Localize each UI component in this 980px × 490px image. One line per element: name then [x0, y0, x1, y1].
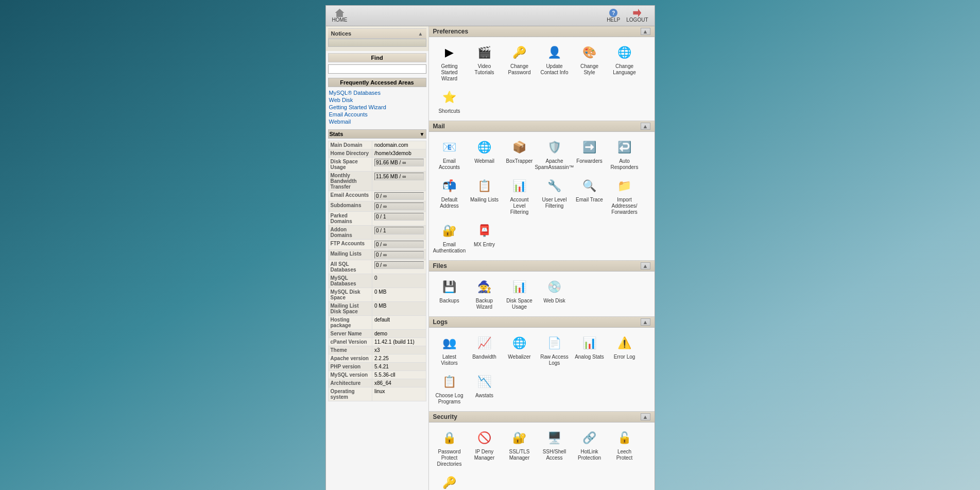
freq-link[interactable]: Webmail: [328, 118, 426, 125]
icon-image: 🔍: [580, 177, 599, 195]
stats-row: Subdomains0 / ∞: [328, 201, 426, 212]
icon-item[interactable]: 🔍Email Trace: [573, 175, 606, 217]
icon-item[interactable]: 🎬Video Tutorials: [468, 41, 501, 84]
freq-link[interactable]: Getting Started Wizard: [328, 104, 426, 111]
icon-item[interactable]: 👥Latest Visitors: [433, 332, 466, 368]
stats-label: Home Directory: [328, 149, 372, 158]
icon-item[interactable]: 📁Import Addresses/ Forwarders: [608, 175, 641, 217]
icon-item[interactable]: 🔓Leech Protect: [608, 427, 641, 469]
icon-image: 🌐: [475, 138, 494, 157]
icon-image: 🌐: [615, 43, 634, 62]
icon-item[interactable]: 🎨Change Style: [573, 41, 606, 84]
stats-value: 2.2.25: [372, 354, 426, 363]
stats-row: Server Namedemo: [328, 330, 426, 338]
icon-item[interactable]: 📬Default Address: [433, 175, 466, 217]
icon-item[interactable]: 📋Mailing Lists: [468, 175, 501, 217]
icon-item[interactable]: 📧Email Accounts: [433, 136, 466, 173]
freq-link[interactable]: Web Disk: [328, 96, 426, 104]
help-button[interactable]: ? HELP: [605, 8, 622, 24]
stats-bar: 0 / ∞: [374, 251, 424, 259]
freq-link[interactable]: Email Accounts: [328, 111, 426, 118]
stats-row: Parked Domains0 / 1: [328, 212, 426, 226]
icon-image: ↩️: [615, 138, 634, 157]
icon-image: 📋: [475, 177, 494, 195]
icon-item[interactable]: ➡️Forwarders: [573, 136, 606, 173]
icon-item[interactable]: 📊Analog Stats: [573, 332, 606, 368]
icon-label: Webalizer: [508, 354, 530, 360]
stats-row: Mailing List Disk Space0 MB: [328, 302, 426, 316]
icon-item[interactable]: ▶Getting Started Wizard: [433, 41, 466, 84]
icon-label: MX Entry: [474, 242, 495, 248]
section-preferences: Preferences▲▶Getting Started Wizard🎬Vide…: [429, 26, 655, 121]
icon-label: Email Authentication: [433, 242, 466, 254]
section-files: Files▲💾Backups🧙Backup Wizard📊Disk Space …: [429, 261, 655, 317]
collapse-btn-files[interactable]: ▲: [641, 262, 650, 269]
icon-item[interactable]: 📄Raw Access Logs: [538, 332, 571, 368]
stats-value: 0 / 1: [372, 212, 426, 226]
icon-item[interactable]: ⚠️Error Log: [608, 332, 641, 368]
stats-collapse[interactable]: ▼: [420, 131, 425, 137]
icon-item[interactable]: 🧙Backup Wizard: [468, 276, 501, 312]
icon-item[interactable]: 🛡️Apache SpamAssassin™: [538, 136, 571, 173]
icon-item[interactable]: 💿Web Disk: [538, 276, 571, 312]
icon-label: Change Style: [574, 63, 605, 76]
find-input[interactable]: [328, 64, 426, 74]
collapse-btn-preferences[interactable]: ▲: [641, 28, 650, 35]
icon-image: 📊: [510, 278, 529, 296]
icon-item[interactable]: 🌐Change Language: [608, 41, 641, 84]
stats-row: Monthly Bandwidth Transfer11.56 MB / ∞: [328, 172, 426, 191]
stats-row: Addon Domains0 / 1: [328, 226, 426, 240]
notices-header: Notices ▲: [328, 28, 426, 39]
notices-collapse[interactable]: ▲: [418, 31, 423, 37]
icon-grid-logs: 👥Latest Visitors📈Bandwidth🌐Webalizer📄Raw…: [429, 328, 655, 411]
icon-item[interactable]: 🔧User Level Filtering: [538, 175, 571, 217]
icon-item[interactable]: 💾Backups: [433, 276, 466, 312]
stats-label: Parked Domains: [328, 212, 372, 226]
home-button[interactable]: HOME: [330, 8, 350, 24]
icon-image: 🚫: [475, 429, 494, 447]
icon-item[interactable]: ⭐Shortcuts: [433, 86, 466, 116]
collapse-btn-logs[interactable]: ▲: [641, 318, 650, 326]
icon-item[interactable]: 🌐Webmail: [468, 136, 501, 173]
section-title-logs: Logs: [433, 318, 448, 326]
icon-item[interactable]: 📊Account Level Filtering: [503, 175, 536, 217]
icon-item[interactable]: 🖥️SSH/Shell Access: [538, 427, 571, 469]
stats-value: 0 MB: [372, 288, 426, 302]
icon-item[interactable]: 📈Bandwidth: [468, 332, 501, 368]
icon-item[interactable]: 🔗HotLink Protection: [573, 427, 606, 469]
icon-item[interactable]: 🌐Webalizer: [503, 332, 536, 368]
icon-item[interactable]: 🚫IP Deny Manager: [468, 427, 501, 469]
icon-item[interactable]: 🔐SSL/TLS Manager: [503, 427, 536, 469]
icon-image: 📁: [615, 177, 634, 195]
stats-label: Hosting package: [328, 316, 372, 330]
icon-label: Apache SpamAssassin™: [535, 158, 574, 171]
icon-item[interactable]: 👤Update Contact Info: [538, 41, 571, 84]
icon-label: Video Tutorials: [469, 63, 500, 76]
icon-label: Web Disk: [543, 298, 565, 304]
stats-row: Themex3: [328, 346, 426, 354]
left-panel: Notices ▲ Find Frequently Accessed Areas…: [326, 26, 429, 490]
stats-label: Email Accounts: [328, 191, 372, 201]
freq-link[interactable]: MySQL® Databases: [328, 89, 426, 96]
icon-label: Choose Log Programs: [434, 393, 465, 405]
stats-label: Addon Domains: [328, 226, 372, 240]
icon-item[interactable]: 📮MX Entry: [468, 219, 501, 256]
icon-label: Change Password: [504, 63, 535, 76]
icon-item[interactable]: 🔑GnuPG Keys: [433, 471, 466, 490]
collapse-btn-security[interactable]: ▲: [641, 413, 650, 420]
stats-row: Home Directory/home/x3demob: [328, 149, 426, 158]
icon-label: Latest Visitors: [434, 354, 465, 366]
icon-item[interactable]: 🔑Change Password: [503, 41, 536, 84]
icon-item[interactable]: 📉Awstats: [468, 370, 501, 407]
icon-item[interactable]: 🔐Email Authentication: [433, 219, 466, 256]
icon-label: Email Accounts: [434, 158, 465, 171]
icon-item[interactable]: 📊Disk Space Usage: [503, 276, 536, 312]
icon-item[interactable]: 🔒Password Protect Directories: [433, 427, 466, 469]
section-title-mail: Mail: [433, 123, 445, 130]
icon-item[interactable]: ↩️Auto Responders: [608, 136, 641, 173]
logout-button[interactable]: LOGOUT: [624, 8, 650, 24]
collapse-btn-mail[interactable]: ▲: [641, 123, 650, 130]
icon-item[interactable]: 📦BoxTrapper: [503, 136, 536, 173]
stats-label: Disk Space Usage: [328, 158, 372, 172]
icon-item[interactable]: 📋Choose Log Programs: [433, 370, 466, 407]
